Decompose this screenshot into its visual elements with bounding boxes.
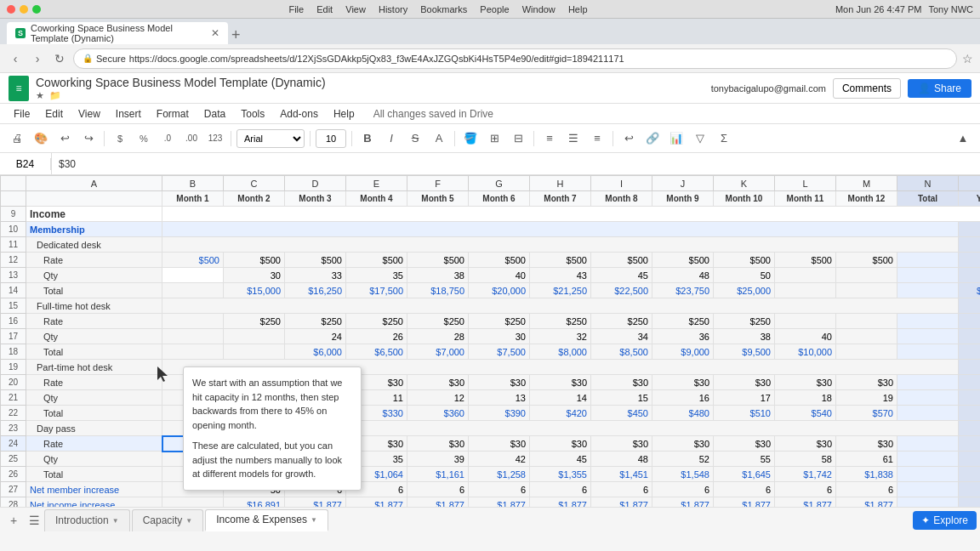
cell-e28[interactable]: $1,877 [346, 497, 407, 508]
cell-h20[interactable]: $30 [530, 375, 591, 390]
cell-o25[interactable]: 65 [959, 452, 981, 467]
italic-button[interactable]: I [381, 128, 402, 149]
cell-h24[interactable]: $30 [530, 436, 591, 452]
redo-button[interactable]: ↪ [78, 128, 99, 149]
cell-o17[interactable]: 40 [959, 329, 981, 344]
cell-l20[interactable]: $30 [775, 375, 836, 390]
bold-button[interactable]: B [357, 128, 378, 149]
cell-k20[interactable]: $30 [714, 375, 775, 390]
cell-l27[interactable]: 6 [775, 482, 836, 497]
formula-input[interactable]: $30 [52, 158, 980, 170]
menu-help[interactable]: Help [327, 105, 362, 122]
cell-i25[interactable]: 48 [591, 452, 652, 467]
cell-h26[interactable]: $1,355 [530, 467, 591, 482]
rate-label-16[interactable]: Rate [26, 314, 162, 329]
cell-d12[interactable]: $500 [285, 253, 346, 268]
menu-addons[interactable]: Add-ons [273, 105, 325, 122]
star-icon[interactable]: ★ [36, 90, 44, 101]
print-button[interactable]: 🖨 [7, 128, 27, 149]
cell-h25[interactable]: 45 [530, 452, 591, 467]
paint-format-button[interactable]: 🎨 [31, 128, 51, 149]
cell-e17[interactable]: 26 [346, 329, 407, 344]
cell-b12[interactable]: $500 [162, 253, 224, 268]
cell-k28[interactable]: $1,877 [714, 497, 775, 508]
menu-edit[interactable]: Edit [38, 105, 70, 122]
menu-view[interactable]: View [71, 105, 107, 122]
cell-j16[interactable]: $250 [652, 314, 714, 329]
cell-g25[interactable]: 42 [469, 452, 530, 467]
net-member-label[interactable]: Net member increase [26, 482, 162, 497]
cell-m28[interactable]: $1,877 [836, 497, 897, 508]
cell-l18[interactable]: $10,000 [775, 344, 836, 360]
cell-g16[interactable]: $250 [469, 314, 530, 329]
cell-k25[interactable]: 55 [714, 452, 775, 467]
cell-c12[interactable]: $500 [224, 253, 285, 268]
col-h[interactable]: H [530, 176, 591, 191]
cell-i16[interactable]: $250 [591, 314, 652, 329]
cell-h13[interactable]: 43 [530, 268, 591, 283]
qty-label-21[interactable]: Qty [26, 390, 162, 406]
cell-i18[interactable]: $8,500 [591, 344, 652, 360]
cell-g12[interactable]: $500 [469, 253, 530, 268]
cell-l22[interactable]: $540 [775, 406, 836, 421]
cell-g13[interactable]: 40 [469, 268, 530, 283]
cell-j12[interactable]: $500 [652, 253, 714, 268]
cell-j27[interactable]: 6 [652, 482, 714, 497]
link-button[interactable]: 🔗 [642, 128, 663, 149]
cell-m20[interactable]: $30 [836, 375, 897, 390]
cell-m24[interactable]: $30 [836, 436, 897, 452]
close-icon[interactable] [7, 5, 15, 14]
rate-label-24[interactable]: Rate [26, 436, 162, 452]
cell-h16[interactable]: $250 [530, 314, 591, 329]
cell-h18[interactable]: $8,000 [530, 344, 591, 360]
cell-k13[interactable]: 50 [714, 268, 775, 283]
font-size-input[interactable] [316, 129, 346, 148]
col-a[interactable]: A [26, 176, 162, 191]
cell-e13[interactable]: 35 [346, 268, 407, 283]
cell-l21[interactable]: 18 [775, 390, 836, 406]
col-d[interactable]: D [285, 176, 346, 191]
cell-c13[interactable]: 30 [224, 268, 285, 283]
cell-o16[interactable]: $250 [959, 314, 981, 329]
cell-o24[interactable]: $30 [959, 436, 981, 452]
col-n[interactable]: N [897, 176, 959, 191]
folder-icon[interactable]: 📁 [49, 90, 61, 101]
rate-label-12[interactable]: Rate [26, 253, 162, 268]
cell-j14[interactable]: $23,750 [652, 283, 714, 298]
total-label-14[interactable]: Total [26, 283, 162, 298]
cell-l12[interactable]: $500 [775, 253, 836, 268]
cell-f24[interactable]: $30 [407, 436, 469, 452]
col-b[interactable]: B [162, 176, 224, 191]
cell-i12[interactable]: $500 [591, 253, 652, 268]
cell-m12[interactable]: $500 [836, 253, 897, 268]
tab-capacity[interactable]: Capacity ▼ [132, 509, 204, 531]
align-center-button[interactable]: ☰ [563, 128, 584, 149]
close-tab-icon[interactable]: ✕ [211, 27, 219, 39]
cell-i21[interactable]: 15 [591, 390, 652, 406]
cell-k17[interactable]: 38 [714, 329, 775, 344]
back-button[interactable]: ‹ [7, 50, 24, 67]
cell-j28[interactable]: $1,877 [652, 497, 714, 508]
cell-i24[interactable]: $30 [591, 436, 652, 452]
cell-d16[interactable]: $250 [285, 314, 346, 329]
currency-button[interactable]: $ [110, 128, 130, 149]
cell-j18[interactable]: $9,000 [652, 344, 714, 360]
cell-g14[interactable]: $20,000 [469, 283, 530, 298]
parttime-hotdesk-label[interactable]: Part-time hot desk [26, 360, 162, 375]
cell-j20[interactable]: $30 [652, 375, 714, 390]
cell-e14[interactable]: $17,500 [346, 283, 407, 298]
bookmark-icon[interactable]: ☆ [962, 52, 973, 65]
menu-format[interactable]: Format [150, 105, 196, 122]
cell-f25[interactable]: 39 [407, 452, 469, 467]
cell-g27[interactable]: 6 [469, 482, 530, 497]
align-left-button[interactable]: ≡ [539, 128, 560, 149]
rate-label-20[interactable]: Rate [26, 375, 162, 390]
fulltime-hotdesk-label[interactable]: Full-time hot desk [26, 298, 162, 314]
cell-d13[interactable]: 33 [285, 268, 346, 283]
cell-j26[interactable]: $1,548 [652, 467, 714, 482]
cell-g26[interactable]: $1,258 [469, 467, 530, 482]
col-f[interactable]: F [407, 176, 469, 191]
cell-g21[interactable]: 13 [469, 390, 530, 406]
format-123-button[interactable]: 123 [205, 128, 225, 149]
cell-i17[interactable]: 34 [591, 329, 652, 344]
